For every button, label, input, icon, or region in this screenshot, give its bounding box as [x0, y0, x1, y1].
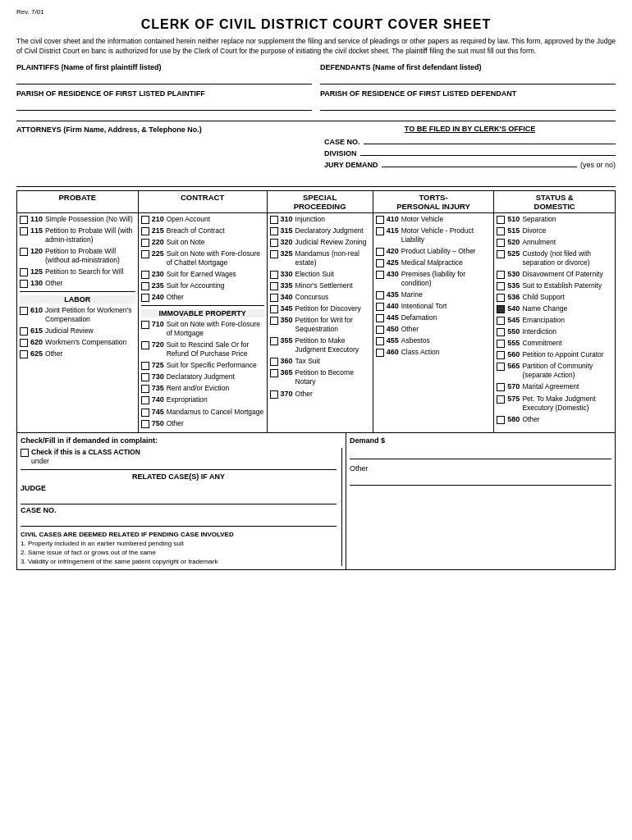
- checkbox-745[interactable]: [141, 409, 149, 417]
- demand-field[interactable]: [350, 446, 611, 459]
- checkbox-350[interactable]: [270, 317, 278, 325]
- checkbox-215[interactable]: [141, 227, 149, 235]
- checkbox-515[interactable]: [497, 227, 505, 235]
- checkbox-575[interactable]: [497, 395, 505, 404]
- checkbox-725[interactable]: [141, 362, 149, 370]
- checkbox-425[interactable]: [376, 259, 384, 267]
- parish-defendant-field[interactable]: [320, 99, 616, 111]
- attorneys-field[interactable]: [16, 134, 308, 183]
- status-item-570: 570 Marital Agreement: [497, 382, 612, 391]
- checkbox-210[interactable]: [141, 216, 149, 224]
- checkbox-225[interactable]: [141, 250, 149, 258]
- checkbox-240[interactable]: [141, 294, 149, 302]
- bottom-case-no-field[interactable]: [21, 515, 337, 527]
- checkbox-235[interactable]: [141, 282, 149, 290]
- checkbox-430[interactable]: [376, 271, 384, 279]
- checkbox-460[interactable]: [376, 349, 384, 357]
- checkbox-125[interactable]: [20, 268, 28, 276]
- checkbox-230[interactable]: [141, 271, 149, 279]
- checkbox-335[interactable]: [270, 282, 278, 290]
- checkbox-325[interactable]: [270, 250, 278, 258]
- col-header-probate: PROBATE: [17, 190, 139, 212]
- checkbox-720[interactable]: [141, 341, 149, 349]
- checkbox-540[interactable]: [497, 305, 505, 313]
- checkbox-120[interactable]: [20, 248, 28, 256]
- checkbox-365[interactable]: [270, 369, 278, 377]
- checkbox-615[interactable]: [20, 327, 28, 336]
- checkbox-560[interactable]: [497, 351, 505, 359]
- intro-text: The civil cover sheet and the informatio…: [16, 37, 616, 57]
- checkbox-525[interactable]: [497, 250, 505, 258]
- checkbox-410[interactable]: [376, 216, 384, 224]
- checkbox-310[interactable]: [270, 216, 278, 224]
- special-item-315: 315 Declaratory Judgment: [270, 226, 370, 235]
- labor-item-610: 610 Joint Petition for Workmen's Compens…: [20, 306, 135, 324]
- judge-field[interactable]: [21, 493, 337, 504]
- checkbox-510[interactable]: [497, 216, 505, 224]
- checkbox-455[interactable]: [376, 337, 384, 345]
- checkbox-555[interactable]: [497, 340, 505, 348]
- checkbox-620[interactable]: [20, 339, 28, 347]
- checkbox-420[interactable]: [376, 248, 384, 256]
- checkbox-355[interactable]: [270, 337, 278, 345]
- case-no-field[interactable]: [364, 144, 616, 144]
- checkbox-130[interactable]: [20, 280, 28, 288]
- special-item-325: 325 Mandamus (non-real estate): [270, 249, 370, 267]
- checkbox-580[interactable]: [497, 416, 505, 424]
- checkbox-320[interactable]: [270, 239, 278, 247]
- torts-item-430: 430 Premises (liability for condition): [376, 270, 492, 288]
- checkbox-730[interactable]: [141, 373, 149, 381]
- checkbox-550[interactable]: [497, 328, 505, 336]
- other-field[interactable]: [350, 472, 611, 486]
- checkbox-530[interactable]: [497, 271, 505, 279]
- checkbox-445[interactable]: [376, 314, 384, 322]
- status-item-535: 535 Suit to Establish Paternity: [497, 281, 612, 290]
- check-fill-label: Check/Fill in if demanded in complaint:: [21, 436, 342, 445]
- checkbox-450[interactable]: [376, 326, 384, 334]
- checkbox-315[interactable]: [270, 227, 278, 235]
- immovable-item-735: 735 Rent and/or Eviction: [141, 384, 264, 393]
- checkbox-220[interactable]: [141, 239, 149, 247]
- contract-item-230: 230 Suit for Earned Wages: [141, 270, 264, 279]
- checkbox-535[interactable]: [497, 282, 505, 290]
- status-item-555: 555 Commitment: [497, 339, 612, 348]
- status-item-560: 560 Petition to Appoint Curator: [497, 350, 612, 359]
- checkbox-710[interactable]: [141, 321, 149, 329]
- col-header-contract: CONTRACT: [138, 190, 267, 212]
- checkbox-115[interactable]: [20, 227, 28, 235]
- checkbox-536[interactable]: [497, 294, 505, 302]
- special-item-360: 360 Tax Suit: [270, 357, 370, 366]
- checkbox-735[interactable]: [141, 385, 149, 393]
- checkbox-class-action[interactable]: [21, 449, 29, 457]
- checkbox-520[interactable]: [497, 239, 505, 247]
- checkbox-440[interactable]: [376, 303, 384, 311]
- checkbox-565[interactable]: [497, 363, 505, 371]
- civil-cases-text: CIVIL CASES ARE DEEMED RELATED IF PENDIN…: [21, 530, 337, 567]
- checkbox-750[interactable]: [141, 420, 149, 428]
- checkbox-360[interactable]: [270, 358, 278, 366]
- contract-item-240: 240 Other: [141, 293, 264, 302]
- checkbox-545[interactable]: [497, 317, 505, 325]
- parish-defendant-label: PARISH OF RESIDENCE OF FIRST LISTED DEFE…: [320, 89, 616, 98]
- labor-item-615: 615 Judicial Review: [20, 326, 135, 336]
- division-label: DIVISION: [324, 149, 357, 158]
- checkbox-625[interactable]: [20, 350, 28, 358]
- defendants-field[interactable]: [320, 73, 616, 84]
- checkbox-610[interactable]: [20, 307, 28, 315]
- jury-demand-field[interactable]: [382, 167, 577, 167]
- checkbox-570[interactable]: [497, 383, 505, 391]
- demand-section: Demand $ Other: [350, 436, 611, 486]
- checkbox-370[interactable]: [270, 390, 278, 399]
- checkbox-345[interactable]: [270, 305, 278, 313]
- checkbox-740[interactable]: [141, 396, 149, 404]
- plaintiffs-field[interactable]: [16, 73, 312, 84]
- checkbox-435[interactable]: [376, 291, 384, 299]
- checkbox-415[interactable]: [376, 227, 384, 235]
- checkbox-110[interactable]: [20, 216, 28, 224]
- checkbox-330[interactable]: [270, 271, 278, 279]
- division-field[interactable]: [360, 155, 616, 156]
- parish-plaintiff-field[interactable]: [16, 99, 312, 111]
- checkbox-340[interactable]: [270, 294, 278, 302]
- torts-item-435: 435 Marine: [376, 290, 492, 299]
- special-item-355: 355 Petition to Make Judgment Executory: [270, 336, 370, 354]
